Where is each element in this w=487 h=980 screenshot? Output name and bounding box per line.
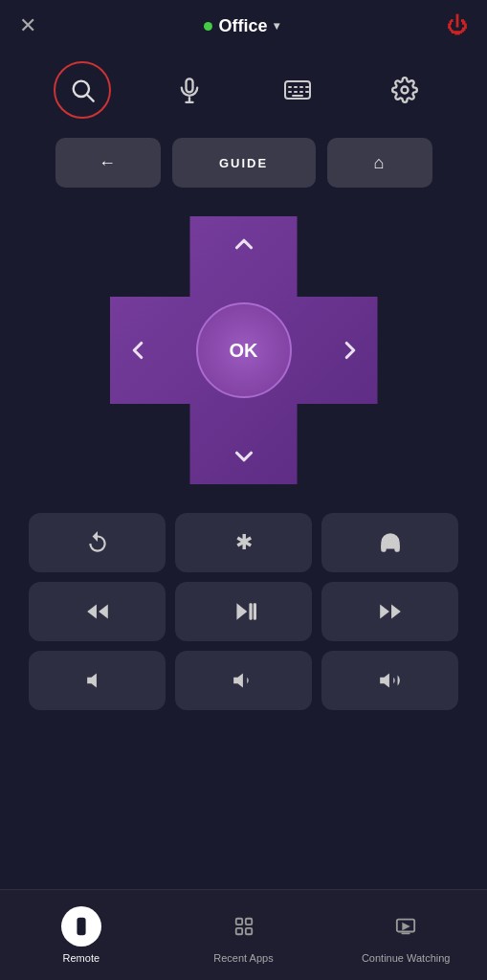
connection-status-dot — [204, 22, 212, 31]
tab-remote[interactable]: Remote — [0, 906, 163, 964]
fast-forward-icon — [378, 599, 403, 624]
dpad-container: OK — [0, 207, 487, 513]
mute-icon — [85, 668, 110, 693]
play-pause-button[interactable] — [175, 582, 312, 641]
close-button[interactable]: ✕ — [19, 13, 36, 38]
svg-rect-34 — [245, 919, 251, 924]
navigation-buttons: ← GUIDE ⌂ — [0, 138, 487, 207]
svg-rect-21 — [253, 603, 255, 619]
svg-rect-36 — [245, 928, 251, 934]
svg-rect-29 — [77, 918, 85, 935]
play-pause-icon — [232, 599, 256, 624]
dropdown-arrow-icon: ▾ — [274, 19, 279, 33]
device-name: Office — [218, 16, 267, 36]
recent-apps-tab-icon — [224, 906, 264, 947]
mute-button[interactable] — [29, 651, 166, 710]
svg-marker-28 — [380, 673, 389, 687]
settings-button[interactable] — [376, 61, 433, 119]
svg-marker-24 — [87, 673, 97, 687]
svg-rect-2 — [187, 78, 193, 92]
replay-button[interactable] — [29, 513, 166, 572]
replay-icon — [85, 530, 110, 555]
svg-marker-19 — [236, 603, 247, 619]
keyboard-icon — [284, 77, 311, 103]
svg-rect-31 — [79, 927, 83, 929]
tab-continue-watching[interactable]: Continue Watching — [324, 906, 487, 964]
volume-down-icon — [232, 668, 256, 693]
svg-rect-20 — [249, 603, 252, 619]
continue-watching-tab-label: Continue Watching — [362, 952, 451, 964]
continue-watching-tab-icon — [386, 906, 426, 947]
dpad: OK — [110, 216, 378, 484]
tab-recent-apps[interactable]: Recent Apps — [163, 906, 325, 964]
rewind-icon — [85, 599, 110, 624]
svg-rect-33 — [235, 919, 241, 924]
asterisk-icon: ✱ — [232, 530, 256, 555]
back-button[interactable]: ← — [55, 138, 161, 188]
remote-tab-label: Remote — [63, 952, 100, 964]
svg-marker-22 — [391, 604, 401, 618]
svg-point-30 — [79, 922, 83, 925]
keyboard-button[interactable] — [269, 61, 326, 119]
search-icon — [69, 77, 96, 103]
device-title[interactable]: Office ▾ — [204, 16, 278, 36]
dpad-up-button[interactable] — [230, 230, 258, 258]
dpad-ok-button[interactable]: OK — [196, 302, 292, 398]
svg-line-26 — [102, 678, 109, 684]
volume-up-icon — [378, 668, 403, 693]
headphones-icon — [378, 530, 403, 555]
svg-point-15 — [401, 87, 408, 94]
svg-marker-18 — [99, 604, 108, 618]
search-button[interactable] — [54, 61, 111, 119]
remote-tab-icon — [61, 906, 101, 947]
guide-button[interactable]: GUIDE — [172, 138, 316, 188]
power-button[interactable]: ⏻ — [447, 13, 468, 38]
dpad-left-button[interactable] — [123, 336, 152, 365]
fast-forward-button[interactable] — [321, 582, 458, 641]
toolbar — [0, 52, 487, 138]
home-button[interactable]: ⌂ — [327, 138, 432, 188]
media-buttons-grid: ✱ — [0, 513, 487, 729]
dpad-down-button[interactable] — [230, 442, 258, 471]
svg-rect-32 — [79, 931, 83, 933]
headphones-button[interactable] — [321, 513, 458, 572]
svg-marker-23 — [380, 604, 389, 618]
svg-marker-38 — [403, 924, 409, 929]
header: ✕ Office ▾ ⏻ — [0, 0, 487, 52]
options-button[interactable]: ✱ — [175, 513, 312, 572]
svg-line-25 — [102, 678, 109, 684]
volume-up-button[interactable] — [321, 651, 458, 710]
recent-apps-icon — [233, 916, 255, 937]
bottom-nav: Remote Recent Apps Continue Watching — [0, 889, 487, 980]
svg-line-1 — [87, 95, 93, 100]
svg-marker-17 — [87, 604, 97, 618]
svg-rect-35 — [235, 928, 241, 934]
microphone-button[interactable] — [161, 61, 218, 119]
microphone-icon — [176, 77, 203, 103]
dpad-right-button[interactable] — [336, 336, 365, 365]
settings-icon — [391, 77, 418, 103]
svg-marker-27 — [233, 673, 243, 687]
svg-text:✱: ✱ — [235, 530, 253, 554]
continue-watching-icon — [395, 916, 416, 937]
remote-icon — [71, 916, 92, 937]
rewind-button[interactable] — [29, 582, 166, 641]
recent-apps-tab-label: Recent Apps — [213, 952, 273, 964]
volume-down-button[interactable] — [175, 651, 312, 710]
